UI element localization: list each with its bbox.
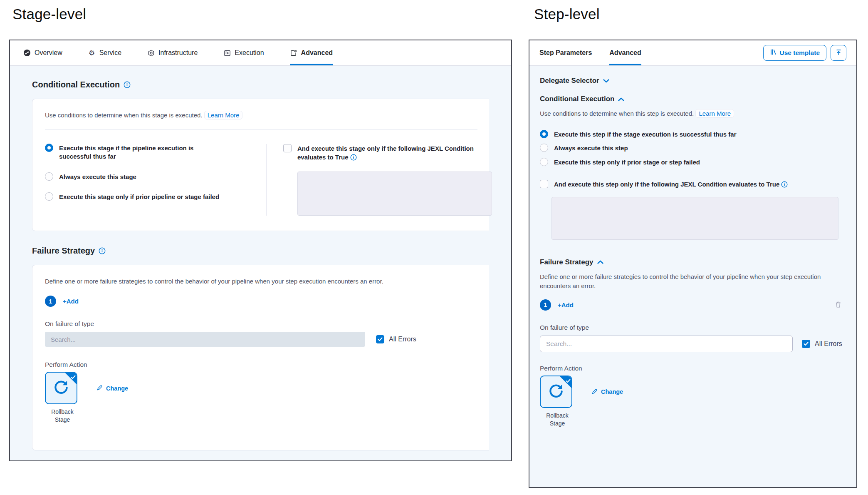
delete-strategy-icon[interactable] [834, 301, 843, 309]
delegate-selector-header[interactable]: Delegate Selector [540, 77, 848, 85]
action-name: Rollback Stage [45, 408, 80, 424]
radio-execute-if-successful[interactable]: Execute this stage if the pipeline execu… [45, 144, 266, 161]
conditional-execution-header[interactable]: Conditional Execution [540, 95, 848, 103]
tab-label: Advanced [609, 49, 641, 57]
jexl-condition-checkbox-row[interactable]: And execute this step only if the follow… [540, 180, 848, 189]
all-errors-checkbox-row[interactable]: All Errors [802, 340, 842, 348]
failure-strategy-header[interactable]: Failure Strategy [540, 258, 848, 266]
perform-action-label: Perform Action [540, 365, 848, 372]
step-tabbar: Step Parameters Advanced Use template [529, 40, 856, 66]
tab-label: Step Parameters [539, 49, 592, 57]
radio-always-execute[interactable]: Always execute this stage [45, 173, 266, 181]
failure-strategy-heading: Failure Strategy [32, 246, 511, 256]
perform-action-label: Perform Action [45, 361, 489, 368]
failure-description: Define one or more failure strategies to… [540, 272, 846, 291]
radio-icon [540, 144, 548, 152]
failure-type-search-input[interactable] [45, 332, 365, 347]
strategy-badge-row: 1 +Add [45, 296, 489, 307]
divider [45, 129, 477, 130]
on-failure-label: On failure of type [540, 324, 848, 331]
jexl-condition-checkbox-row[interactable]: And execute this stage only if the follo… [283, 144, 492, 162]
radio-icon [45, 172, 53, 181]
chevron-up-icon [618, 97, 624, 101]
conditional-description: Use conditions to determine when this st… [45, 112, 489, 119]
tab-execution[interactable]: Execution [223, 40, 264, 65]
radio-execute-if-failed[interactable]: Execute this stage only if prior pipelin… [45, 193, 266, 201]
checkbox-icon [283, 144, 292, 152]
strategy-badge-row: 1 +Add [540, 299, 848, 311]
use-template-button[interactable]: Use template [763, 45, 826, 61]
strategy-count-badge[interactable]: 1 [540, 299, 551, 311]
info-icon[interactable] [124, 81, 131, 88]
radio-icon [540, 158, 548, 166]
learn-more-link[interactable]: Learn More [695, 109, 734, 118]
tab-label: Service [99, 49, 121, 57]
strategy-count-badge[interactable]: 1 [45, 296, 56, 307]
all-errors-checkbox-row[interactable]: All Errors [376, 335, 416, 343]
pencil-icon [591, 388, 598, 396]
failure-description: Define one or more failure strategies to… [45, 278, 489, 285]
step-panel: Step Parameters Advanced Use template [529, 40, 857, 488]
check-icon [566, 377, 571, 381]
chevron-up-icon [597, 260, 603, 264]
rollback-stage-action-card[interactable] [45, 372, 77, 404]
play-icon [223, 49, 231, 57]
step-level-title: Step-level [534, 6, 600, 22]
tab-label: Overview [35, 49, 62, 57]
failure-strategy-card: Define one or more failure strategies to… [32, 265, 489, 450]
template-library-icon [770, 49, 777, 57]
learn-more-link[interactable]: Learn More [204, 111, 243, 119]
tab-label: Execution [235, 49, 264, 57]
tab-overview[interactable]: Overview [23, 40, 62, 65]
action-name: Rollback Stage [540, 412, 575, 428]
save-as-template-button[interactable] [831, 45, 846, 61]
info-icon[interactable] [781, 181, 788, 188]
conditional-execution-card: Use conditions to determine when this st… [32, 99, 489, 231]
advanced-icon [290, 49, 297, 57]
pencil-icon [96, 384, 103, 392]
radio-execute-if-successful[interactable]: Execute this step if the stage execution… [540, 130, 848, 139]
tab-infrastructure[interactable]: Infrastructure [147, 40, 198, 65]
gear-icon: ⚙ [88, 49, 96, 57]
checkbox-checked-icon [376, 335, 384, 343]
checkbox-checked-icon [802, 340, 810, 348]
radio-icon [45, 192, 53, 201]
change-action-link[interactable]: Change [591, 388, 623, 396]
stage-level-title: Stage-level [12, 6, 86, 22]
jexl-condition-input[interactable] [297, 172, 492, 216]
tab-service[interactable]: ⚙ Service [88, 40, 121, 65]
infrastructure-icon [147, 49, 155, 57]
overview-icon [23, 49, 31, 57]
chevron-down-icon [603, 79, 609, 83]
on-failure-label: On failure of type [45, 320, 489, 328]
check-icon [71, 373, 76, 378]
radio-selected-icon [45, 144, 53, 152]
radio-selected-icon [540, 130, 548, 138]
add-strategy-button[interactable]: +Add [63, 298, 79, 305]
radio-execute-if-failed[interactable]: Execute this step only if prior stage or… [540, 158, 848, 167]
jexl-condition-input[interactable] [551, 197, 838, 240]
tab-step-parameters[interactable]: Step Parameters [539, 40, 592, 65]
stage-advanced-content: Conditional Execution Use conditions to … [10, 66, 511, 460]
failure-type-search-input[interactable] [540, 336, 793, 352]
info-icon[interactable] [350, 154, 357, 161]
conditional-execution-heading: Conditional Execution [32, 80, 511, 90]
tab-advanced[interactable]: Advanced [290, 40, 333, 65]
tab-label: Advanced [301, 49, 333, 57]
info-icon[interactable] [99, 247, 106, 254]
conditional-description: Use conditions to determine when this st… [540, 110, 848, 117]
tab-label: Infrastructure [158, 49, 198, 57]
screenshot-canvas: Stage-level Overview ⚙ Service Infrastru… [0, 0, 868, 495]
checkbox-icon [540, 180, 548, 188]
upload-icon [835, 49, 842, 57]
step-advanced-content: Delegate Selector Conditional Execution … [529, 66, 856, 487]
tab-advanced[interactable]: Advanced [609, 40, 641, 65]
stage-panel: Overview ⚙ Service Infrastructure Execut… [9, 40, 512, 461]
change-action-link[interactable]: Change [96, 384, 128, 392]
add-strategy-button[interactable]: +Add [558, 301, 574, 308]
stage-tabbar: Overview ⚙ Service Infrastructure Execut… [10, 40, 511, 66]
rollback-stage-action-card[interactable] [540, 376, 572, 408]
radio-always-execute[interactable]: Always execute this step [540, 144, 848, 152]
